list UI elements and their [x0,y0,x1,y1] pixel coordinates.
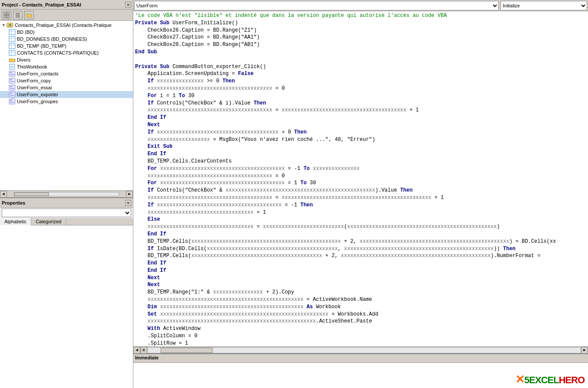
code-line-19: Exit Sub [135,143,172,150]
code-line-5: CheckBox28.Caption = BD.Range("AB1") [135,42,260,48]
code-line-8: Private Sub CommandButton_exporter_Click… [135,64,266,70]
code-scroll-expand[interactable]: ⊞ [140,347,147,354]
code-line-14: xxxxxxxxxxxxxxxxxxxxxxxxxxxxxxxxxxxxxxxx… [135,107,419,113]
code-scrollbar-h[interactable]: ◀ ⊞ ▶ [133,346,588,353]
svg-rect-33 [10,93,12,94]
immediate-content[interactable]: ✕5EXCELHERO [133,363,588,388]
tree-label-bd-donnees: BD_DONNEES (BD_DONNEES) [17,36,87,42]
code-line-22: For xxxxxxxxxxxxxxxxxxxxxxxxxxxxxxxxxxxx… [135,166,360,172]
tree-item-contacts[interactable]: CONTACTS (CONTACTS-PRATIQUE) [0,49,133,56]
tree-item-userform-groupes[interactable]: UserForm_groupes [0,98,133,105]
svg-rect-27 [10,79,12,80]
sheet-icon-bd-temp [9,43,16,49]
svg-text:W: W [10,65,14,69]
code-line-2: Private Sub UserForm_Initialize() [135,20,238,26]
project-toolbar [0,10,133,21]
svg-rect-30 [10,86,12,87]
code-area[interactable]: 'Le code VBA n'est "lisible" et indenté … [133,11,588,346]
code-line-6: End Sub [135,49,157,55]
code-line-38: Next [135,282,160,288]
scroll-left-btn[interactable]: ◀ [0,191,7,198]
sheet-icon-bd-donnees [9,36,16,42]
code-content: 'Le code VBA n'est "lisible" et indenté … [133,11,588,346]
code-line-39: BD_TEMP.Range("1:" & xxxxxxxxxxxxxxxx + … [135,289,294,295]
properties-close-button[interactable]: ✕ [125,200,131,206]
code-line-35: End If [135,260,166,266]
svg-rect-23 [9,71,15,76]
svg-rect-0 [4,13,6,15]
svg-rect-28 [10,81,14,82]
svg-rect-3 [7,16,9,18]
svg-rect-26 [9,78,15,83]
tree-item-userform-exporter[interactable]: UserForm_exporter [0,91,133,98]
folder-icon [26,12,32,18]
toolbar-btn-1[interactable] [2,11,11,20]
tree-item-bd-temp[interactable]: BD_TEMP (BD_TEMP) [0,42,133,49]
svg-rect-34 [10,95,14,96]
tree-item-divers[interactable]: Divers [0,56,133,63]
code-line-43: xxxxxxxxxxxxxxxxxxxxxxxxxxxxxxxxxxxxxxxx… [135,318,372,324]
code-line-20: End If [135,151,166,157]
code-line-34: BD_TEMP.Cells(xxxxxxxxxxxxxxxxxxxxxxxxxx… [135,253,540,259]
proc-dropdown[interactable]: Initialize [501,1,587,10]
code-scroll-right[interactable]: ▶ [581,347,588,354]
svg-rect-31 [10,88,14,89]
code-line-41: Dim xxxxxxxxxxxxxxxxxxxxxxxxxxxxxxxxxxxx… [135,304,341,310]
svg-rect-2 [4,16,6,18]
tab-categorized[interactable]: Categorized [31,218,66,225]
tree-label-contacts: CONTACTS (CONTACTS-PRATIQUE) [17,50,99,55]
form-icon-groupes [9,98,16,104]
tree-scrollbar-h[interactable]: ◀ ▶ [0,190,133,197]
code-scroll-track [147,347,581,353]
code-line-24: For xxxxxxxxxxxxxxxxxxxxxxxxxxxxxxxxxxxx… [135,180,316,186]
tree-label-userform-contacts: UserForm_contacts [17,71,58,76]
toolbar-btn-2[interactable] [13,11,23,20]
code-line-18: xxxxxxxxxxxxxxxxxxxx = MsgBox("Vous n'av… [135,137,375,143]
project-close-button[interactable]: ✕ [125,2,131,8]
project-header: Project - Contacts_Pratique_ESSAI ✕ [0,0,133,10]
code-line-40: xxxxxxxxxxxxxxxxxxxxxxxxxxxxxxxxxxxxxxxx… [135,297,372,303]
project-tree[interactable]: ▼ Contacts_Pratique_ESSAI (Contacts-Prat… [0,21,133,190]
sheet-icon-bd [9,29,16,35]
code-panel: UserForm Initialize 'Le code VBA n'est "… [133,0,588,388]
code-line-25: If Controls("CheckBox" & xxxxxxxxxxxxxxx… [135,187,413,193]
tree-label-userform-groupes: UserForm_groupes [17,99,58,104]
tree-scroll-thumb [14,192,49,196]
code-line-46: .SplitRow = 1 [135,340,188,346]
tree-label-bd-temp: BD_TEMP (BD_TEMP) [17,43,66,49]
toolbar-btn-3[interactable] [24,11,34,20]
code-line-10: If xxxxxxxxxxxxxxx >= 0 Then [135,78,235,84]
tree-item-root[interactable]: ▼ Contacts_Pratique_ESSAI (Contacts-Prat… [0,22,133,29]
code-line-11: xxxxxxxxxxxxxxxxxxxxxxxxxxxxxxxxxxxxxxxx… [135,85,285,91]
tree-item-thisworkbook[interactable]: W ThisWorkbook [0,63,133,70]
tree-label-thisworkbook: ThisWorkbook [17,64,47,69]
tree-item-userform-contacts[interactable]: UserForm_contacts [0,70,133,77]
tree-label-userform-copy: UserForm_copy [17,78,51,83]
tree-item-bd[interactable]: BD (BD) [0,29,133,36]
tree-item-userform-copy[interactable]: UserForm_copy [0,77,133,84]
tree-item-userform-essai[interactable]: UserForm_essai [0,84,133,91]
sheet-icon-contacts [9,50,16,56]
tree-item-bd-donnees[interactable]: BD_DONNEES (BD_DONNEES) [0,36,133,42]
scroll-right-btn[interactable]: ▶ [126,191,133,198]
properties-header: Properties ✕ [0,198,133,208]
properties-tabs: Alphabetic Categorized [0,218,133,225]
code-line-44: With ActiveWindow [135,326,200,332]
code-scroll-left[interactable]: ◀ [133,347,140,354]
svg-point-8 [9,24,11,26]
immediate-header: Immediate [133,354,588,363]
tree-label-bd: BD (BD) [17,29,35,35]
code-line-33: If IsDate(BD.Cells(xxxxxxxxxxxxxxxxxxxxx… [135,246,516,252]
watermark: ✕5EXCELHERO [515,373,585,386]
code-line-26: xxxxxxxxxxxxxxxxxxxxxxxxxxxxxxxxxxxxxxxx… [135,195,444,201]
code-line-21: BD_TEMP.Cells.ClearContents [135,158,232,164]
svg-rect-25 [10,74,14,75]
code-line-23: xxxxxxxxxxxxxxxxxxxxxxxxxxxxxxxxxxxxxxxx… [135,173,285,179]
tab-alphabetic[interactable]: Alphabetic [0,218,31,225]
svg-rect-15 [9,43,15,49]
code-line-42: Set xxxxxxxxxxxxxxxxxxxxxxxxxxxxxxxxxxxx… [135,311,378,317]
module-dropdown[interactable]: UserForm [134,1,499,10]
code-line-28: xxxxxxxxxxxxxxxxxxxxxxxxxxxxxxxxxx = 1 [135,209,266,215]
properties-dropdown[interactable] [2,209,131,217]
app-container: Project - Contacts_Pratique_ESSAI ✕ [0,0,588,388]
